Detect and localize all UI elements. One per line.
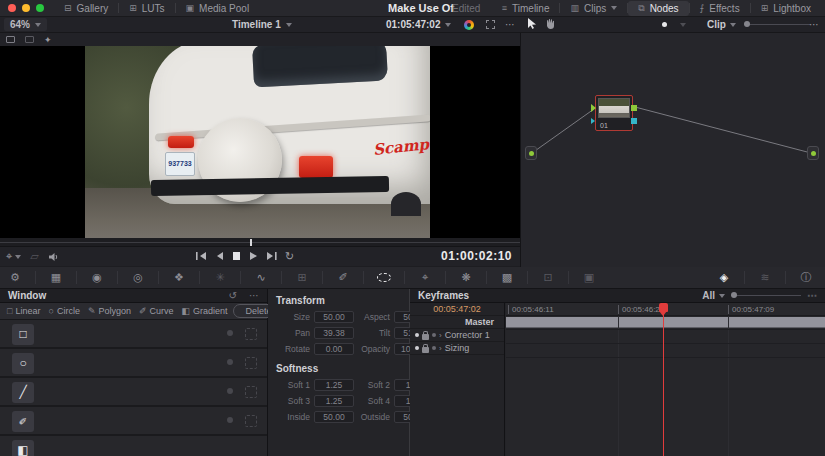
invert-mask-icon[interactable] xyxy=(227,359,233,365)
keyframe-dot-icon[interactable] xyxy=(432,333,436,337)
window-list-item-circle[interactable]: ○ xyxy=(0,349,267,378)
node-graph-panel[interactable]: 01 xyxy=(521,33,825,267)
stop-button[interactable] xyxy=(232,251,241,261)
track-sizing[interactable]: › Sizing xyxy=(410,342,504,355)
hdr-grade-icon[interactable]: ◎ xyxy=(123,271,153,284)
keyframes-panel-icon[interactable]: ◈ xyxy=(709,271,739,284)
clips-button[interactable]: ▥ Clips xyxy=(560,0,627,16)
circle-window-button[interactable]: ○ Circle xyxy=(45,306,82,316)
inside-field[interactable]: 50.00 xyxy=(314,411,354,423)
color-viewer-icon[interactable] xyxy=(464,20,474,30)
viewer-zoom-select[interactable]: 64% xyxy=(4,18,47,31)
pan-field[interactable]: 39.38 xyxy=(314,327,354,339)
media-pool-button[interactable]: ▣ Media Pool xyxy=(176,0,260,16)
source-node[interactable] xyxy=(525,146,537,160)
skip-to-end-button[interactable] xyxy=(266,251,277,261)
keyframe-timeline[interactable]: 00:05:46:11 00:05:46:22 00:05:47:09 xyxy=(506,303,825,456)
enhanced-viewer-wand-icon[interactable]: ✦ xyxy=(44,35,52,45)
split-screen-icon[interactable] xyxy=(25,36,34,43)
enable-dot-icon[interactable] xyxy=(415,333,419,337)
keyframe-dot-icon[interactable] xyxy=(432,346,436,350)
onscreen-controls-select[interactable]: ⌖ xyxy=(6,250,21,263)
polygon-window-button[interactable]: ✎ Polygon xyxy=(85,306,134,316)
output-node[interactable] xyxy=(807,146,819,160)
hand-tool-icon[interactable] xyxy=(545,18,556,30)
expand-chevron-icon[interactable]: › xyxy=(439,344,442,353)
audio-mute-icon[interactable] xyxy=(48,252,60,262)
key-input-port[interactable] xyxy=(591,118,595,124)
rotate-field[interactable]: 0.00 xyxy=(314,343,354,355)
linear-window-button[interactable]: □ Linear xyxy=(4,306,43,316)
timeline-select[interactable]: Timeline 1 xyxy=(232,19,292,30)
lightbox-button[interactable]: ⊞ Lightbox xyxy=(751,0,821,16)
close-window-button[interactable] xyxy=(8,4,16,12)
zoom-window-button[interactable] xyxy=(36,4,44,12)
grab-still-icon[interactable]: ▱ xyxy=(30,250,38,263)
pointer-tool-icon[interactable] xyxy=(527,18,537,30)
skip-to-start-button[interactable] xyxy=(196,251,207,261)
window-list-item-gradient[interactable]: ◧ xyxy=(0,436,267,456)
info-icon[interactable]: ⓘ xyxy=(791,270,821,285)
mask-mode-icon[interactable] xyxy=(245,415,257,427)
track-corrector-1[interactable]: › Corrector 1 xyxy=(410,329,504,342)
soft1-field[interactable]: 1.25 xyxy=(314,379,354,391)
invert-mask-icon[interactable] xyxy=(227,388,233,394)
master-track-bar[interactable] xyxy=(506,317,825,328)
viewer-timecode-display[interactable]: 01:05:47:02 xyxy=(386,19,451,30)
curve-window-button[interactable]: ✐ Curve xyxy=(136,306,177,316)
tracker-icon[interactable]: ⌖ xyxy=(410,271,440,284)
color-wheels-icon[interactable]: ◉ xyxy=(82,271,112,284)
scrubber-playhead[interactable] xyxy=(250,239,252,246)
window-list-item-polygon[interactable]: ╱ xyxy=(0,378,267,407)
soft3-field[interactable]: 1.25 xyxy=(314,395,354,407)
rgb-mixer-icon[interactable]: ❖ xyxy=(164,271,194,284)
minimize-window-button[interactable] xyxy=(22,4,30,12)
rgb-output-port[interactable] xyxy=(631,105,637,111)
loop-playback-button[interactable]: ↻ xyxy=(285,250,294,262)
sizing-icon[interactable]: ▣ xyxy=(574,271,604,284)
nodes-button[interactable]: ⧉ Nodes xyxy=(628,1,688,16)
lock-icon[interactable] xyxy=(422,347,429,353)
mask-mode-icon[interactable] xyxy=(245,328,257,340)
lock-icon[interactable] xyxy=(422,334,429,340)
enable-dot-icon[interactable] xyxy=(415,346,419,350)
node-options-menu[interactable]: ⋯ xyxy=(809,19,820,30)
key-output-port[interactable] xyxy=(631,118,637,124)
camera-raw-icon[interactable]: ⚙ xyxy=(0,271,30,284)
rgb-input-port[interactable] xyxy=(591,104,596,112)
play-button[interactable] xyxy=(249,251,258,261)
timeline-button[interactable]: ≡ Timeline xyxy=(492,0,560,16)
mask-mode-icon[interactable] xyxy=(245,357,257,369)
key-icon[interactable]: ⊡ xyxy=(533,271,563,284)
step-back-button[interactable] xyxy=(215,251,224,261)
reset-icon[interactable]: ↺ xyxy=(229,290,237,301)
effects-button[interactable]: ⨍ Effects xyxy=(690,0,750,16)
size-field[interactable]: 50.00 xyxy=(314,311,354,323)
playhead-line[interactable] xyxy=(663,303,664,456)
qualifier-icon[interactable]: ✐ xyxy=(328,271,358,284)
window-list-item-linear[interactable]: □ xyxy=(0,320,267,349)
keyframes-filter-select[interactable]: All xyxy=(702,290,725,301)
expand-chevron-icon[interactable]: › xyxy=(439,331,442,340)
invert-mask-icon[interactable] xyxy=(227,330,233,336)
gallery-button[interactable]: ⊟ Gallery xyxy=(54,0,118,16)
keyframes-menu[interactable]: ⋯ xyxy=(807,290,817,301)
expand-viewer-icon[interactable] xyxy=(486,20,495,29)
viewer-scrubber[interactable] xyxy=(0,238,520,247)
color-warper-icon[interactable]: ⊞ xyxy=(287,271,317,284)
window-icon[interactable] xyxy=(369,272,399,284)
track-master[interactable]: Master xyxy=(410,316,504,329)
window-panel-menu[interactable]: ⋯ xyxy=(249,290,259,301)
magic-mask-icon[interactable]: ❋ xyxy=(451,271,481,284)
edit-sizing-icon[interactable]: ▦ xyxy=(41,271,71,284)
keyframes-zoom-slider[interactable] xyxy=(731,295,801,296)
playhead-handle[interactable] xyxy=(659,303,668,312)
mask-mode-icon[interactable] xyxy=(245,386,257,398)
video-frame[interactable]: 937733 Scamp xyxy=(85,46,430,238)
viewer-options-menu[interactable]: ⋯ xyxy=(505,19,516,30)
luts-button[interactable]: ⊞ LUTs xyxy=(119,0,174,16)
blur-icon[interactable]: ▩ xyxy=(492,271,522,284)
scopes-icon[interactable]: ≋ xyxy=(750,271,780,284)
node-zoom-slider[interactable] xyxy=(744,24,810,25)
gradient-window-button[interactable]: ◧ Gradient xyxy=(179,306,231,316)
